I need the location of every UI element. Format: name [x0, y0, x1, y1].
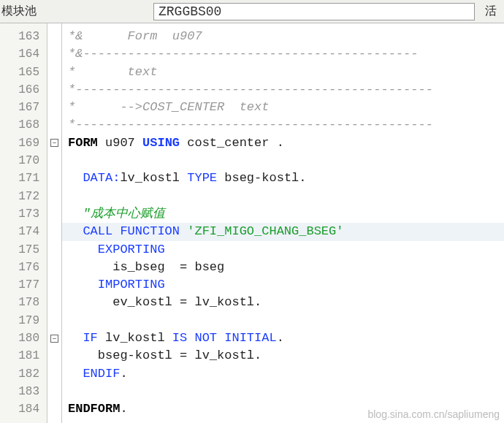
token: FORM: [68, 136, 105, 150]
code-area[interactable]: *& Form u907*&--------------------------…: [62, 23, 504, 423]
token: *---------------------------------------…: [68, 118, 433, 132]
code-line[interactable]: *---------------------------------------…: [62, 81, 504, 99]
token: .: [277, 331, 284, 345]
token: [68, 367, 83, 381]
fold-cell: [47, 241, 61, 259]
code-line[interactable]: IMPORTING: [62, 276, 504, 294]
line-number: 178: [0, 294, 47, 311]
token: ev_kostl = lv_kostl: [68, 295, 254, 309]
token: "成本中心赋值: [68, 207, 165, 221]
token: u907: [105, 136, 142, 150]
fold-cell: [47, 400, 61, 418]
code-line[interactable]: [62, 312, 504, 329]
fold-cell: [47, 276, 61, 294]
token: is_bseg = bseg: [68, 260, 224, 274]
token: [68, 243, 98, 256]
token: ENDFORM: [68, 402, 120, 416]
token: .: [254, 348, 261, 362]
token: CALL FUNCTION: [83, 224, 187, 238]
token: * -->COST_CENTER text: [68, 100, 269, 114]
code-line[interactable]: *& Form u907: [62, 28, 504, 45]
fold-cell: [47, 169, 61, 187]
line-number: 174: [0, 223, 47, 240]
line-number: 170: [0, 152, 47, 169]
line-number: 181: [0, 347, 47, 365]
code-line[interactable]: bseg-kostl = lv_kostl.: [62, 347, 504, 365]
token: EXPORTING: [98, 243, 165, 256]
token: IS NOT INITIAL: [172, 331, 277, 345]
abap-editor: 1631641651661671681691701711721731741751…: [0, 23, 504, 423]
token: *---------------------------------------…: [68, 83, 433, 96]
fold-cell: [47, 28, 61, 45]
code-line[interactable]: *---------------------------------------…: [62, 116, 504, 134]
code-line[interactable]: FORM u907 USING cost_center .: [62, 134, 504, 152]
fold-cell: [47, 383, 61, 400]
token: bseg-kostl = lv_kostl: [68, 348, 254, 362]
program-name-input[interactable]: [153, 3, 475, 20]
code-line[interactable]: is_bseg = bseg: [62, 259, 504, 276]
line-number: 183: [0, 383, 47, 400]
token: IF: [83, 331, 105, 345]
line-number: 180: [0, 329, 47, 347]
line-number: 173: [0, 205, 47, 223]
code-line[interactable]: [62, 188, 504, 205]
line-number: 167: [0, 99, 47, 116]
code-line[interactable]: DATA:lv_kostl TYPE bseg-kostl.: [62, 169, 504, 187]
code-line[interactable]: ENDIF.: [62, 365, 504, 383]
code-line[interactable]: [62, 152, 504, 169]
fold-cell: [47, 188, 61, 205]
line-number: 169: [0, 134, 47, 152]
token: TYPE: [187, 171, 224, 185]
line-number-gutter: 1631641651661671681691701711721731741751…: [0, 23, 47, 423]
token: ENDIF: [83, 367, 120, 381]
token: 'ZFI_MIGO_CHANG_BSEG': [187, 224, 343, 238]
code-line[interactable]: ENDFORM.: [62, 400, 504, 418]
top-bar: 模块池 活: [0, 0, 504, 23]
line-number: 165: [0, 64, 47, 81]
token: USING: [142, 136, 187, 150]
line-number: 184: [0, 400, 47, 418]
line-number: 163: [0, 28, 47, 45]
module-pool-label: 模块池: [0, 4, 57, 19]
line-number: 164: [0, 45, 47, 63]
fold-cell: [47, 152, 61, 169]
code-line[interactable]: IF lv_kostl IS NOT INITIAL.: [62, 329, 504, 347]
fold-column: −−: [47, 23, 62, 423]
code-line[interactable]: [62, 383, 504, 400]
fold-cell: −: [47, 329, 61, 347]
line-number: 179: [0, 312, 47, 329]
fold-cell: [47, 365, 61, 383]
fold-cell: [47, 347, 61, 365]
token: [68, 278, 98, 291]
token: .: [120, 367, 127, 381]
code-line[interactable]: ev_kostl = lv_kostl.: [62, 294, 504, 311]
code-line[interactable]: CALL FUNCTION 'ZFI_MIGO_CHANG_BSEG': [62, 223, 504, 240]
code-line[interactable]: "成本中心赋值: [62, 205, 504, 223]
token: .: [120, 402, 127, 416]
line-number: 171: [0, 169, 47, 187]
token: [68, 331, 83, 345]
fold-cell: [47, 205, 61, 223]
code-line[interactable]: EXPORTING: [62, 241, 504, 259]
token: cost_center: [187, 136, 276, 150]
token: bseg-kostl: [224, 171, 299, 185]
token: lv_kostl: [120, 171, 187, 185]
program-name-field-wrap: [153, 3, 475, 20]
fold-collapse-icon[interactable]: −: [50, 335, 58, 343]
line-number: 166: [0, 81, 47, 99]
token: [68, 171, 83, 185]
code-line[interactable]: * text: [62, 64, 504, 81]
line-number: 172: [0, 188, 47, 205]
token: *&--------------------------------------…: [68, 47, 418, 61]
code-line[interactable]: *&--------------------------------------…: [62, 45, 504, 63]
fold-cell: [47, 99, 61, 116]
fold-cell: [47, 64, 61, 81]
code-line[interactable]: * -->COST_CENTER text: [62, 99, 504, 116]
token: lv_kostl: [105, 331, 172, 345]
fold-cell: [47, 312, 61, 329]
fold-collapse-icon[interactable]: −: [50, 139, 58, 147]
token: *& Form u907: [68, 29, 202, 43]
token: * text: [68, 65, 157, 79]
token: .: [254, 295, 261, 309]
token: [68, 224, 83, 238]
